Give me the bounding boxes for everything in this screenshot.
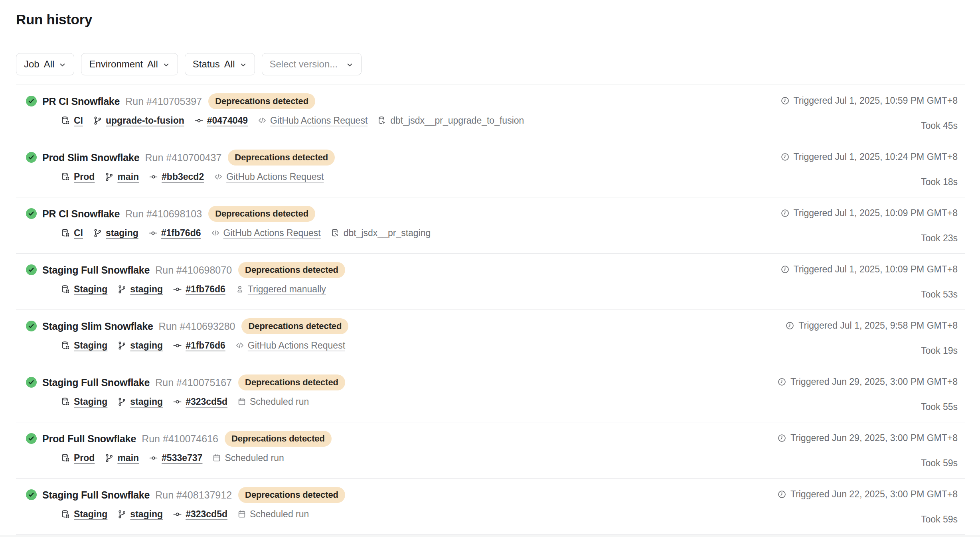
commit-hash: #1fb76d6 (186, 284, 225, 295)
commit-link[interactable]: #533e737 (149, 453, 202, 463)
git-branch-icon (117, 510, 126, 519)
job-filter-dropdown[interactable]: Job All (16, 53, 74, 75)
commit-hash: #1fb76d6 (186, 340, 225, 351)
environment-link[interactable]: Prod (61, 453, 95, 463)
code-icon (258, 116, 267, 125)
environment-link[interactable]: CI (61, 228, 83, 238)
run-row[interactable]: PR CI Snowflake Run #410698103 Deprecati… (16, 197, 965, 254)
branch-link[interactable]: staging (117, 340, 163, 351)
run-row[interactable]: Staging Full Snowflake Run #408137912 De… (16, 479, 965, 535)
trigger-source[interactable]: GitHub Actions Request (211, 228, 321, 238)
run-number: Run #410698070 (155, 264, 232, 276)
environment-name: Staging (74, 509, 107, 520)
commit-link[interactable]: #0474049 (194, 115, 248, 126)
branch-name: staging (130, 340, 163, 351)
branch-link[interactable]: staging (117, 509, 163, 520)
environment-name: Staging (74, 396, 107, 407)
clock-icon (777, 434, 786, 443)
trigger-source[interactable]: GitHub Actions Request (235, 340, 345, 351)
git-commit-icon (173, 341, 182, 350)
filter-value: All (44, 59, 55, 70)
git-branch-icon (93, 116, 102, 125)
run-row[interactable]: Prod Full Snowflake Run #410074616 Depre… (16, 422, 965, 479)
success-check-icon (26, 377, 37, 388)
trigger-label: Scheduled run (225, 453, 284, 463)
branch-link[interactable]: staging (117, 284, 163, 295)
deprecations-badge: Deprecations detected (208, 93, 315, 109)
duration-text: Took 23s (921, 233, 958, 244)
run-number: Run #410693280 (159, 321, 235, 332)
branch-link[interactable]: main (105, 171, 139, 182)
trigger-label: GitHub Actions Request (270, 115, 368, 126)
success-check-icon (26, 489, 37, 500)
schema: dbt_jsdx__pr_upgrade_to_fusion (377, 115, 524, 126)
triggered-text: Triggered Jul 1, 2025, 9:58 PM GMT+8 (798, 320, 958, 331)
commit-link[interactable]: #323cd5d (173, 396, 227, 407)
environment-name: Staging (74, 340, 107, 351)
commit-link[interactable]: #1fb76d6 (173, 284, 225, 295)
duration-text: Took 19s (921, 345, 958, 356)
triggered-timestamp: Triggered Jul 1, 2025, 10:09 PM GMT+8 (780, 264, 958, 275)
environment-link[interactable]: Staging (61, 396, 107, 407)
git-branch-icon (105, 453, 114, 463)
run-name: PR CI Snowflake (42, 208, 120, 220)
branch-name: main (117, 453, 139, 463)
environment-link[interactable]: Staging (61, 340, 107, 351)
trigger-source[interactable]: GitHub Actions Request (258, 115, 368, 126)
triggered-timestamp: Triggered Jul 1, 2025, 9:58 PM GMT+8 (785, 320, 958, 331)
clock-icon (780, 265, 790, 274)
triggered-text: Triggered Jun 22, 2025, 3:00 PM GMT+8 (790, 489, 958, 500)
triggered-text: Triggered Jul 1, 2025, 10:09 PM GMT+8 (794, 264, 958, 275)
commit-hash: #323cd5d (186, 509, 227, 520)
trigger-source[interactable]: Triggered manually (235, 284, 326, 295)
run-row[interactable]: Staging Full Snowflake Run #410698070 De… (16, 254, 965, 310)
success-check-icon (26, 208, 37, 219)
environment-icon (61, 172, 70, 181)
person-icon (235, 285, 244, 294)
commit-link[interactable]: #323cd5d (173, 509, 227, 520)
chevron-down-icon (239, 61, 247, 69)
branch-link[interactable]: upgrade-to-fusion (93, 115, 184, 126)
duration-text: Took 55s (921, 402, 958, 412)
branch-link[interactable]: staging (117, 396, 163, 407)
success-check-icon (26, 152, 37, 163)
trigger-source: Scheduled run (237, 509, 309, 520)
branch-link[interactable]: staging (93, 228, 138, 238)
trigger-source[interactable]: GitHub Actions Request (214, 171, 324, 182)
environment-icon (61, 285, 70, 294)
commit-link[interactable]: #1fb76d6 (148, 228, 201, 238)
page-title: Run history (16, 12, 92, 28)
environment-link[interactable]: Staging (61, 284, 107, 295)
git-commit-icon (148, 229, 158, 238)
environment-link[interactable]: CI (61, 115, 83, 126)
run-number: Run #408137912 (155, 489, 232, 501)
filter-value: All (224, 59, 235, 70)
commit-link[interactable]: #bb3ecd2 (149, 171, 204, 182)
success-check-icon (26, 264, 37, 275)
branch-link[interactable]: main (105, 453, 139, 463)
run-number: Run #410705397 (125, 96, 202, 107)
code-icon (214, 172, 223, 181)
version-select-dropdown[interactable]: Select version... (262, 53, 362, 75)
environment-name: CI (74, 228, 83, 238)
branch-name: staging (130, 396, 163, 407)
run-row[interactable]: Staging Full Snowflake Run #410075167 De… (16, 366, 965, 422)
run-row[interactable]: PR CI Snowflake Run #410705397 Deprecati… (16, 85, 965, 141)
environment-link[interactable]: Staging (61, 509, 107, 520)
clock-icon (780, 152, 790, 162)
status-filter-dropdown[interactable]: Status All (185, 53, 255, 75)
duration-text: Took 59s (921, 514, 958, 525)
run-row[interactable]: Prod Slim Snowflake Run #410700437 Depre… (16, 141, 965, 197)
run-number: Run #410075167 (155, 377, 232, 388)
environment-filter-dropdown[interactable]: Environment All (81, 53, 178, 75)
deprecations-badge: Deprecations detected (238, 374, 345, 390)
run-history-page: Run history Job All Environment All Stat… (0, 0, 980, 537)
commit-link[interactable]: #1fb76d6 (173, 340, 225, 351)
run-row[interactable]: Staging Slim Snowflake Run #410693280 De… (16, 310, 965, 366)
trigger-label: Triggered manually (248, 284, 326, 295)
schema-icon (377, 116, 387, 125)
git-commit-icon (149, 172, 158, 181)
environment-link[interactable]: Prod (61, 171, 95, 182)
trigger-label: GitHub Actions Request (248, 340, 345, 351)
trigger-label: Scheduled run (250, 509, 309, 520)
